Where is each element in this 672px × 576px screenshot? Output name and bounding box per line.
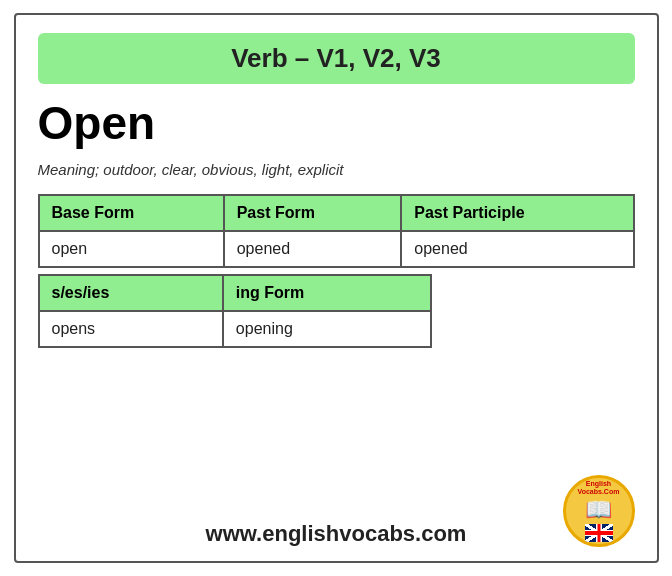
title-bar: Verb – V1, V2, V3 [38,33,635,84]
page-title: Verb – V1, V2, V3 [231,43,441,73]
word-heading: Open [38,98,635,149]
flag-icon [585,524,613,542]
col-header-participle: Past Participle [401,195,633,231]
logo-circle: EnglishVocabs.Com 📖 [563,475,635,547]
cell-base: open [39,231,224,267]
cell-participle: opened [401,231,633,267]
cell-past: opened [224,231,402,267]
book-icon: 📖 [585,497,612,523]
cell-ses: opens [39,311,223,347]
meaning-text: Meaning; outdoor, clear, obvious, light,… [38,161,635,178]
logo-text: EnglishVocabs.Com [578,480,620,497]
col-header-ses: s/es/ies [39,275,223,311]
table-row: open opened opened [39,231,634,267]
table-row-2: opens opening [39,311,431,347]
tables-section: Base Form Past Form Past Participle open… [38,188,635,348]
website-url: www.englishvocabs.com [110,521,563,547]
col-header-ing: ing Form [223,275,431,311]
col-header-base: Base Form [39,195,224,231]
secondary-table: s/es/ies ing Form opens opening [38,274,432,348]
footer-row: www.englishvocabs.com EnglishVocabs.Com … [38,475,635,547]
card: Verb – V1, V2, V3 Open Meaning; outdoor,… [14,13,659,563]
main-table: Base Form Past Form Past Participle open… [38,194,635,268]
col-header-past: Past Form [224,195,402,231]
cell-ing: opening [223,311,431,347]
